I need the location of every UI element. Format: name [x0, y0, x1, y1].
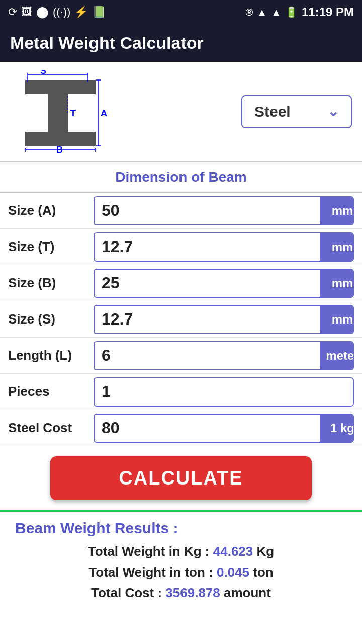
result-weight-kg-suffix: Kg — [257, 544, 275, 559]
size-t-unit: mm — [320, 233, 354, 261]
steel-cost-label: Steel Cost — [8, 420, 94, 436]
size-b-input[interactable] — [95, 270, 320, 297]
svg-rect-2 — [25, 132, 96, 146]
status-icons-right: ® ▲ ▲ 🔋 11:19 PM — [246, 5, 354, 19]
time-display: 11:19 PM — [302, 5, 354, 19]
svg-rect-0 — [25, 80, 96, 94]
battery-icon: 🔋 — [285, 6, 298, 18]
size-t-input[interactable] — [95, 233, 320, 261]
results-section: Beam Weight Results : Total Weight in Kg… — [0, 510, 362, 621]
result-weight-kg-prefix: Total Weight in Kg : — [88, 544, 213, 559]
result-total-cost: Total Cost : 3569.878 amount — [15, 585, 347, 601]
size-s-row: Size (S) mm — [0, 301, 362, 338]
size-b-label: Size (B) — [8, 275, 94, 291]
result-cost-value: 3569.878 — [165, 585, 220, 600]
calculate-button[interactable]: CALCULATE — [50, 456, 312, 500]
calculate-button-wrap: CALCULATE — [0, 446, 362, 510]
svg-rect-1 — [48, 94, 68, 132]
result-weight-kg-value: 44.623 — [213, 544, 253, 559]
signal-strength2-icon: ▲ — [271, 7, 281, 18]
status-bar: ⟳ 🖼 ⬤ ((·)) ⚡ 📗 ® ▲ ▲ 🔋 11:19 PM — [0, 0, 362, 24]
size-s-input[interactable] — [95, 306, 320, 333]
size-b-row: Size (B) mm — [0, 265, 362, 301]
size-t-field-wrap: mm — [94, 232, 354, 262]
signal-icon: ((·)) — [53, 6, 70, 19]
top-section: S A T B Steel ⌄ — [0, 62, 362, 162]
image-icon: 🖼 — [21, 6, 32, 19]
size-s-unit: mm — [320, 306, 354, 333]
app-icon: 📗 — [92, 6, 106, 19]
result-weight-ton-prefix: Total Weight in ton : — [88, 565, 217, 580]
registered-icon: ® — [246, 7, 253, 18]
material-dropdown[interactable]: Steel ⌄ — [241, 95, 352, 128]
svg-text:S: S — [40, 70, 46, 76]
circle-icon: ⬤ — [36, 6, 49, 19]
pieces-input[interactable] — [94, 377, 354, 407]
status-icons-left: ⟳ 🖼 ⬤ ((·)) ⚡ 📗 — [8, 6, 106, 19]
size-a-input[interactable] — [95, 197, 320, 224]
result-cost-prefix: Total Cost : — [91, 585, 165, 600]
sync-icon: ⟳ — [8, 6, 17, 19]
size-a-label: Size (A) — [8, 203, 94, 218]
size-a-field-wrap: mm — [94, 196, 354, 225]
result-weight-ton-suffix: ton — [253, 565, 273, 580]
steel-cost-field-wrap: 1 kg — [94, 414, 354, 443]
size-s-field-wrap: mm — [94, 305, 354, 334]
results-title: Beam Weight Results : — [15, 520, 347, 537]
length-l-unit: meter — [320, 342, 354, 369]
signal-strength-icon: ▲ — [257, 7, 267, 18]
main-content: S A T B Steel ⌄ Dimension of Beam — [0, 62, 362, 644]
size-a-row: Size (A) mm — [0, 193, 362, 229]
length-l-label: Length (L) — [8, 348, 94, 363]
pieces-label: Pieces — [8, 384, 94, 399]
size-b-unit: mm — [320, 270, 354, 297]
result-weight-ton-value: 0.045 — [217, 565, 249, 580]
size-t-row: Size (T) mm — [0, 229, 362, 265]
usb-icon: ⚡ — [74, 6, 88, 19]
result-weight-ton: Total Weight in ton : 0.045 ton — [15, 565, 347, 580]
chevron-down-icon: ⌄ — [327, 103, 339, 120]
dropdown-label: Steel — [254, 103, 291, 120]
app-header: Metal Weight Calculator — [0, 24, 362, 62]
section-title: Dimension of Beam — [0, 162, 362, 193]
length-l-field-wrap: meter — [94, 341, 354, 370]
size-a-unit: mm — [320, 197, 354, 224]
result-weight-kg: Total Weight in Kg : 44.623 Kg — [15, 544, 347, 559]
size-s-label: Size (S) — [8, 311, 94, 327]
steel-cost-input[interactable] — [95, 415, 320, 442]
length-l-row: Length (L) meter — [0, 338, 362, 374]
svg-text:A: A — [101, 108, 107, 118]
result-cost-suffix: amount — [224, 585, 271, 600]
svg-text:T: T — [70, 108, 76, 118]
steel-cost-unit: 1 kg — [320, 415, 354, 442]
beam-diagram: S A T B — [10, 70, 111, 153]
app-title: Metal Weight Calculator — [10, 33, 204, 52]
pieces-row: Pieces — [0, 374, 362, 410]
svg-text:B: B — [56, 145, 63, 153]
steel-cost-row: Steel Cost 1 kg — [0, 410, 362, 446]
length-l-input[interactable] — [95, 342, 320, 369]
size-b-field-wrap: mm — [94, 269, 354, 298]
size-t-label: Size (T) — [8, 239, 94, 255]
